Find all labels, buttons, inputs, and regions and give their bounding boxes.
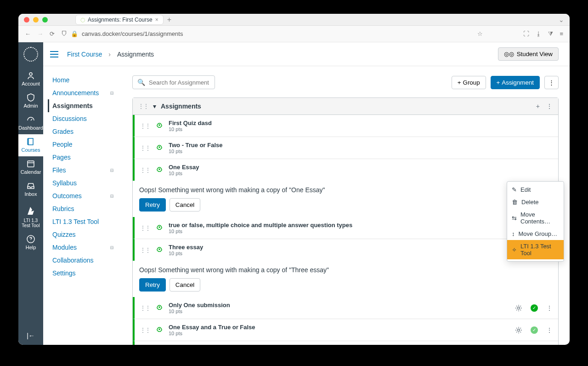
course-nav-item[interactable]: Quizzes — [52, 228, 121, 241]
course-nav-item[interactable]: LTI 1.3 Test Tool — [52, 215, 121, 228]
assignment-row[interactable]: ⋮⋮Matching10 pts✓⋮ — [133, 341, 558, 345]
retry-button[interactable]: Retry — [139, 198, 166, 212]
course-nav-item[interactable]: Files⦻ — [52, 164, 121, 177]
gear-icon[interactable] — [515, 304, 522, 312]
menu-icon[interactable]: ≡ — [560, 30, 563, 37]
course-nav-label: Discussions — [52, 115, 87, 122]
add-to-group-icon[interactable]: + — [536, 103, 540, 110]
course-nav-label: Announcements — [52, 89, 99, 97]
more-options-button[interactable]: ⋮ — [544, 76, 559, 89]
collapse-nav-icon[interactable]: |← — [27, 332, 35, 339]
tool-icon: ✧ — [512, 246, 517, 253]
canvas-logo-icon[interactable] — [23, 47, 38, 62]
published-icon[interactable]: ✓ — [531, 326, 538, 334]
url-field[interactable]: ⛉ 🔒 canvas.docker/courses/1/assignments — [61, 30, 471, 37]
drag-handle-icon[interactable]: ⋮⋮ — [138, 103, 148, 109]
course-nav-item[interactable]: Syllabus — [52, 177, 121, 189]
collapse-toggle-icon[interactable]: ▾ — [153, 103, 156, 110]
assignment-points: 10 pts — [169, 126, 553, 132]
browser-tab[interactable]: ◌ Assignments: First Course × — [75, 15, 164, 25]
address-bar: ← → ⟳ ⛉ 🔒 canvas.docker/courses/1/assign… — [18, 26, 570, 42]
forward-icon[interactable]: → — [37, 30, 43, 37]
extensions-icon[interactable]: ⧩ — [548, 30, 553, 38]
hamburger-icon[interactable] — [50, 51, 61, 58]
course-nav-item[interactable]: Pages — [52, 151, 121, 164]
nav-help[interactable]: Help — [18, 232, 43, 254]
nav-calendar[interactable]: Calendar — [18, 156, 43, 178]
reload-icon[interactable]: ⟳ — [50, 30, 55, 37]
menu-item-move-contents-[interactable]: ⇆Move Contents… — [507, 208, 564, 228]
drag-handle-icon[interactable]: ⋮⋮ — [140, 305, 150, 311]
breadcrumb-course[interactable]: First Course — [67, 51, 102, 58]
titlebar: ◌ Assignments: First Course × + ⌄ — [18, 14, 570, 26]
lock-icon: 🔒 — [71, 30, 78, 37]
close-window[interactable] — [24, 17, 29, 23]
course-nav-item[interactable]: Discussions — [52, 112, 121, 125]
new-tab-button[interactable]: + — [167, 16, 171, 24]
nav-inbox[interactable]: Inbox — [18, 178, 43, 200]
published-icon[interactable]: ✓ — [531, 304, 538, 312]
assignment-group: ⋮⋮ ▾ Assignments + ⋮ ⋮⋮First Quiz dasd10… — [132, 97, 559, 345]
retry-button[interactable]: Retry — [139, 278, 166, 292]
cancel-button[interactable]: Cancel — [170, 198, 201, 212]
course-nav-item[interactable]: Outcomes⦻ — [52, 189, 121, 202]
course-nav-item[interactable]: Rubrics — [52, 202, 121, 215]
nav-admin[interactable]: Admin — [18, 90, 43, 112]
course-nav-item[interactable]: Collaborations — [52, 254, 121, 267]
student-view-button[interactable]: ◎◎ Student View — [498, 47, 559, 61]
menu-item-edit[interactable]: ✎Edit — [507, 183, 564, 196]
search-input[interactable]: 🔍 — [132, 75, 215, 89]
minimize-window[interactable] — [33, 17, 39, 23]
nav-dashboard[interactable]: Dashboard — [18, 112, 43, 134]
drag-handle-icon[interactable]: ⋮⋮ — [140, 247, 150, 253]
drag-handle-icon[interactable]: ⋮⋮ — [140, 167, 150, 173]
row-menu-icon[interactable]: ⋮ — [546, 304, 553, 312]
tab-favicon-icon: ◌ — [80, 17, 85, 23]
row-menu-icon[interactable]: ⋮ — [546, 326, 553, 334]
course-nav-item[interactable]: People — [52, 138, 121, 151]
assignment-row[interactable]: ⋮⋮Only One submission10 pts✓⋮ — [133, 297, 558, 319]
drag-handle-icon[interactable]: ⋮⋮ — [140, 327, 150, 333]
menu-item-move-group-[interactable]: ↕Move Group… — [507, 228, 564, 240]
book-icon — [26, 137, 35, 146]
row-body: One Essay and a True or False10 pts — [169, 324, 509, 336]
add-group-button[interactable]: +Group — [452, 76, 486, 89]
course-nav-item[interactable]: Modules⦻ — [52, 241, 121, 254]
assignment-title: One Essay — [169, 164, 553, 171]
group-menu-icon[interactable]: ⋮ — [546, 103, 553, 110]
course-nav-item[interactable]: Home — [52, 74, 121, 86]
help-icon — [26, 234, 35, 244]
drag-handle-icon[interactable]: ⋮⋮ — [140, 225, 150, 231]
group-header[interactable]: ⋮⋮ ▾ Assignments + ⋮ — [133, 98, 558, 115]
download-icon[interactable]: ⭳ — [536, 30, 542, 37]
zoom-window[interactable] — [42, 17, 48, 23]
assignment-row[interactable]: ⋮⋮Two - True or False10 pts — [133, 137, 558, 159]
hidden-icon: ⦻ — [109, 90, 115, 96]
cancel-button[interactable]: Cancel — [170, 278, 201, 292]
nav-courses[interactable]: Courses — [18, 134, 43, 156]
menu-item-delete[interactable]: 🗑Delete — [507, 196, 564, 208]
gear-icon[interactable] — [515, 326, 522, 334]
assignment-row[interactable]: ⋮⋮One Essay10 pts — [133, 159, 558, 181]
assignment-row[interactable]: ⋮⋮First Quiz dasd10 pts — [133, 115, 558, 137]
drag-handle-icon[interactable]: ⋮⋮ — [140, 145, 150, 151]
bookmark-icon[interactable]: ☆ — [477, 30, 483, 37]
assignment-row[interactable]: ⋮⋮true or false, multiple choice and mul… — [133, 217, 558, 239]
back-icon[interactable]: ← — [25, 30, 31, 37]
drag-handle-icon[interactable]: ⋮⋮ — [140, 123, 150, 129]
add-assignment-button[interactable]: +Assignment — [491, 76, 540, 89]
nav-account[interactable]: Account — [18, 68, 43, 90]
assignment-title: true or false, multiple choice and multi… — [169, 222, 509, 229]
assignment-row[interactable]: ⋮⋮One Essay and a True or False10 pts✓⋮ — [133, 319, 558, 341]
course-nav-item[interactable]: Settings — [52, 267, 121, 280]
menu-item-lti-test-tool[interactable]: ✧LTI 1.3 Test Tool — [507, 240, 564, 259]
course-nav-item[interactable]: Announcements⦻ — [52, 86, 121, 99]
course-nav-item[interactable]: Grades — [52, 125, 121, 138]
course-nav-item[interactable]: Assignments — [48, 99, 121, 112]
nav-lti-tool[interactable]: LTI 1.3 Test Tool — [18, 200, 43, 232]
search-field[interactable] — [149, 79, 210, 86]
titlebar-chevron-icon[interactable]: ⌄ — [559, 16, 564, 23]
assignment-row[interactable]: ⋮⋮Three essay10 pts✓⋮ — [133, 239, 558, 261]
pocket-icon[interactable]: ⛶ — [523, 30, 529, 37]
close-tab-icon[interactable]: × — [155, 17, 158, 23]
